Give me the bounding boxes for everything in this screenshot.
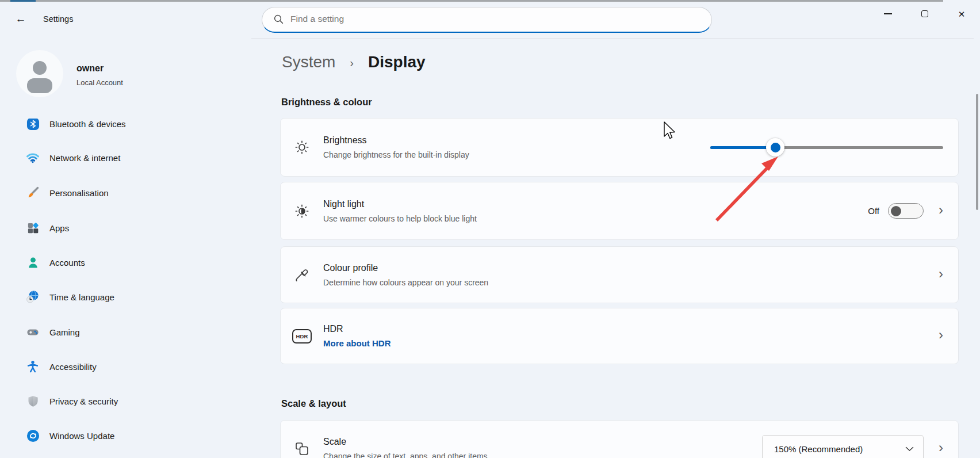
sidebar-item-label: Accounts <box>49 258 85 268</box>
chevron-right-icon[interactable]: › <box>939 267 943 283</box>
brightness-slider[interactable] <box>710 138 943 157</box>
scale-dropdown-value: 150% (Recommended) <box>774 444 905 454</box>
sidebar-item-privacy-security[interactable]: Privacy & security <box>8 386 240 416</box>
night-light-subtitle: Use warmer colours to help block blue li… <box>323 214 868 223</box>
breadcrumb-system[interactable]: System <box>282 53 335 71</box>
maximize-button[interactable] <box>906 2 943 26</box>
close-button[interactable]: ✕ <box>943 2 980 26</box>
search-input[interactable] <box>290 14 701 24</box>
night-light-toggle[interactable] <box>888 203 924 219</box>
sidebar-item-label: Accessibility <box>49 362 97 372</box>
chevron-right-icon[interactable]: › <box>939 441 943 457</box>
night-light-row[interactable]: Night light Use warmer colours to help b… <box>280 182 959 240</box>
window-controls: ✕ <box>870 2 980 26</box>
section-brightness-colour: Brightness & colour <box>281 97 372 108</box>
accessibility-icon <box>26 360 40 373</box>
brightness-subtitle: Change brightness for the built-in displ… <box>323 150 710 159</box>
colour-profile-subtitle: Determine how colours appear on your scr… <box>323 278 924 287</box>
night-light-icon <box>292 203 312 220</box>
sidebar-item-network-internet[interactable]: Network & internet <box>8 143 240 173</box>
colour-profile-icon <box>292 267 312 283</box>
sidebar-item-label: Windows Update <box>49 431 114 441</box>
breadcrumb-separator-icon: › <box>350 55 354 70</box>
sidebar-item-label: Bluetooth & devices <box>49 119 126 129</box>
account-name: owner <box>76 63 104 74</box>
breadcrumb: System › Display <box>282 49 426 75</box>
section-scale-layout: Scale & layout <box>281 398 346 409</box>
sidebar-item-personalisation[interactable]: Personalisation <box>8 178 240 208</box>
chevron-right-icon[interactable]: › <box>939 203 943 219</box>
brightness-icon <box>292 139 312 156</box>
sidebar-item-apps[interactable]: Apps <box>8 213 240 243</box>
brightness-title: Brightness <box>323 135 710 146</box>
header-divider <box>251 38 974 39</box>
sidebar-item-time-language[interactable]: Time & language <box>8 282 240 312</box>
minimize-button[interactable] <box>870 2 906 26</box>
scrollbar[interactable] <box>976 94 978 210</box>
colour-profile-title: Colour profile <box>323 263 924 273</box>
back-button[interactable]: ← <box>10 9 31 29</box>
toggle-knob <box>891 206 901 216</box>
account-type: Local Account <box>76 78 123 87</box>
search-icon <box>274 14 284 24</box>
personalisation-icon <box>26 186 40 200</box>
windows-update-icon <box>26 429 40 442</box>
avatar[interactable] <box>16 50 63 97</box>
shield-icon <box>26 394 40 408</box>
avatar-torso <box>27 78 52 93</box>
chevron-down-icon <box>905 444 914 454</box>
sidebar-item-label: Network & internet <box>49 153 120 163</box>
sidebar-item-windows-update[interactable]: Windows Update <box>8 421 240 451</box>
close-icon: ✕ <box>958 10 966 18</box>
network-icon <box>26 151 40 165</box>
brightness-slider-thumb[interactable] <box>766 138 784 157</box>
screen-top-edge <box>0 0 943 2</box>
sidebar-item-label: Privacy & security <box>49 396 118 406</box>
colour-profile-row[interactable]: Colour profile Determine how colours app… <box>280 246 959 303</box>
page-title: Display <box>368 53 426 71</box>
hdr-title: HDR <box>323 324 924 334</box>
sidebar-item-label: Personalisation <box>49 188 109 198</box>
maximize-icon <box>921 10 928 17</box>
night-light-title: Night light <box>323 199 868 209</box>
search-box[interactable] <box>262 7 712 33</box>
window-title: Settings <box>43 14 73 24</box>
sidebar-item-accessibility[interactable]: Accessibility <box>8 352 240 381</box>
scale-title: Scale <box>323 437 762 447</box>
sidebar-item-label: Gaming <box>49 327 80 337</box>
sidebar-item-accounts[interactable]: Accounts <box>8 247 240 277</box>
sidebar-item-gaming[interactable]: Gaming <box>8 317 240 347</box>
hdr-icon: HDR <box>292 329 312 344</box>
sidebar-item-label: Time & language <box>49 292 114 302</box>
brightness-slider-fill <box>710 146 775 149</box>
background-window-tab <box>10 0 36 2</box>
apps-icon <box>26 221 40 235</box>
bluetooth-icon <box>26 119 40 131</box>
chevron-right-icon[interactable]: › <box>939 328 943 344</box>
avatar-head <box>33 61 47 75</box>
scale-dropdown[interactable]: 150% (Recommended) <box>762 435 924 458</box>
accounts-icon <box>26 255 40 269</box>
sidebar-item-bluetooth-devices[interactable]: Bluetooth & devices <box>8 119 240 139</box>
scale-icon <box>292 441 312 457</box>
brightness-slider-dot <box>771 143 780 152</box>
time-language-icon <box>26 290 40 304</box>
sidebar-item-label: Apps <box>49 223 69 233</box>
scale-subtitle: Change the size of text, apps, and other… <box>323 452 762 458</box>
scale-row[interactable]: Scale Change the size of text, apps, and… <box>280 420 959 458</box>
minimize-icon <box>884 13 892 14</box>
night-light-state: Off <box>868 206 879 216</box>
sidebar-nav: Bluetooth & devices Network & internet P… <box>0 119 248 458</box>
hdr-more-link[interactable]: More about HDR <box>323 338 924 348</box>
hdr-row[interactable]: HDR HDR More about HDR › <box>280 308 959 364</box>
gaming-icon <box>26 325 40 339</box>
brightness-row: Brightness Change brightness for the bui… <box>280 118 959 177</box>
